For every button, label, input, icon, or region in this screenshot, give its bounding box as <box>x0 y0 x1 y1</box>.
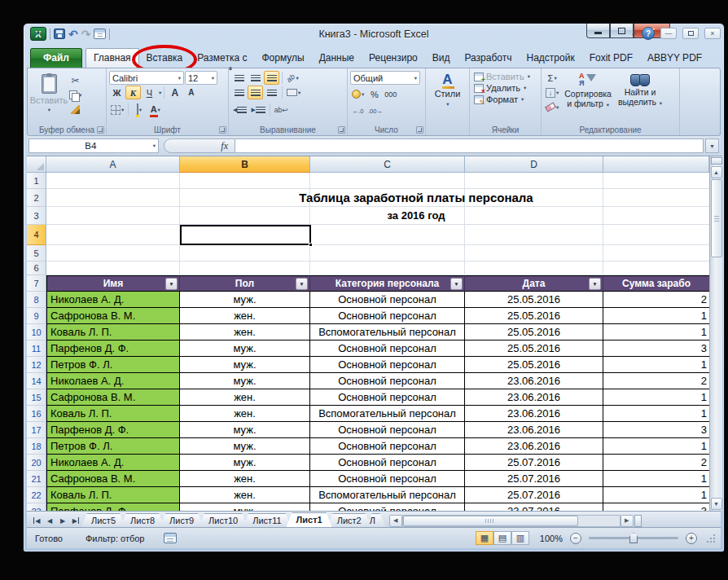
cell-gender[interactable]: жен. <box>180 324 310 341</box>
cell-date[interactable]: 23.06.2016 <box>465 389 603 406</box>
sheet-tab[interactable]: Лист2 <box>327 513 371 527</box>
sheet-settings-icon[interactable] <box>94 29 106 39</box>
align-top-button[interactable] <box>231 71 247 85</box>
customize-qat-icon[interactable]: ▾ <box>37 30 40 37</box>
ribbon-tab[interactable]: Данные <box>312 49 362 68</box>
fill-color-button[interactable]: ▾ <box>131 103 147 116</box>
macro-record-icon[interactable] <box>164 533 177 543</box>
cell-sum[interactable]: 1 <box>603 487 709 503</box>
orientation-button[interactable]: ab▾ <box>285 71 300 85</box>
row-header-selected[interactable]: 4 <box>27 225 46 245</box>
cell-name[interactable]: Сафронова В. М. <box>46 471 180 487</box>
horizontal-split-handle[interactable] <box>634 515 642 527</box>
wrap-text-button[interactable]: ab↩ <box>273 103 290 116</box>
zoom-slider-track[interactable] <box>589 537 678 539</box>
name-box[interactable]: B4 ▾ <box>29 138 159 153</box>
dialog-launcher-icon[interactable] <box>219 126 226 134</box>
format-painter-button[interactable] <box>68 103 83 116</box>
redo-icon[interactable]: ↷ <box>81 29 91 40</box>
cell-name[interactable]: Николаев А. Д. <box>46 455 180 471</box>
ribbon-tab[interactable]: Файл <box>30 48 82 68</box>
font-color-button[interactable]: А▾ <box>147 103 163 116</box>
merge-center-button[interactable]: ▾ <box>285 86 302 99</box>
row-header[interactable]: 17 <box>27 422 46 438</box>
workbook-close-button[interactable]: × <box>704 28 721 39</box>
column-header-c[interactable]: C <box>310 156 465 173</box>
cell-category[interactable]: Основной персонал <box>310 422 465 438</box>
align-middle-button[interactable] <box>248 71 263 85</box>
cell-date[interactable]: 25.05.2016 <box>465 357 603 373</box>
cell-category[interactable]: Основной персонал <box>310 389 465 406</box>
chevron-down-icon[interactable]: ▾ <box>153 143 156 149</box>
cell-sum[interactable]: 1 <box>603 471 709 487</box>
last-sheet-button[interactable]: ▶ <box>69 514 82 527</box>
borders-button[interactable]: ▾ <box>109 103 125 116</box>
sheet-tab[interactable]: Лист9 <box>160 513 204 527</box>
cell-sum[interactable]: 3 <box>603 341 709 357</box>
cell-date[interactable]: 23.06.2016 <box>465 422 603 438</box>
fill-handle[interactable] <box>309 243 313 247</box>
ribbon-tab[interactable]: Вставка <box>139 49 191 68</box>
copy-button[interactable]: ▾ <box>68 88 83 102</box>
undo-icon[interactable]: ↶ <box>68 29 78 40</box>
cell-date[interactable]: 25.07.2016 <box>465 487 603 503</box>
scroll-down-icon[interactable]: ▼ <box>711 498 722 510</box>
decrease-indent-button[interactable]: ◀ <box>231 103 248 116</box>
row-header[interactable]: 8 <box>27 292 46 308</box>
page-break-view-button[interactable]: ▥ <box>511 531 529 545</box>
scroll-right-icon[interactable]: ▶ <box>621 515 634 527</box>
cell-sum[interactable]: 3 <box>603 422 709 438</box>
workbook-minimize-button[interactable]: — <box>660 28 677 39</box>
align-right-button[interactable] <box>264 86 279 99</box>
horizontal-scrollbar[interactable]: ◀ ▶ <box>389 514 642 527</box>
cell-date[interactable]: 23.07.2016 <box>465 503 603 511</box>
sheet-tab[interactable]: Л <box>366 513 386 527</box>
cell-sum[interactable]: 2 <box>603 455 709 471</box>
column-header-d[interactable]: D <box>465 156 603 173</box>
zoom-slider-thumb[interactable] <box>629 533 638 543</box>
horizontal-scrollbar-track[interactable] <box>402 515 621 527</box>
worksheet-grid[interactable]: A B C D 1 2 3 4 5 6 7 Имя▼ Пол▼ Кате <box>27 156 722 511</box>
cell-date[interactable]: 23.06.2016 <box>465 373 603 389</box>
cell-date[interactable]: 25.05.2016 <box>465 292 603 308</box>
cell-category[interactable]: Вспомогательный персонал <box>310 324 465 341</box>
row-header[interactable]: 2 <box>27 189 46 207</box>
cell-gender[interactable]: муж. <box>180 503 310 511</box>
row-header[interactable]: 7 <box>27 275 46 292</box>
row-header[interactable]: 21 <box>27 471 46 487</box>
cell-gender[interactable]: муж. <box>180 422 310 438</box>
workbook-restore-button[interactable] <box>682 28 699 39</box>
row-header[interactable]: 11 <box>27 341 46 357</box>
resize-grip[interactable] <box>706 534 716 543</box>
vertical-scrollbar-thumb[interactable] <box>711 179 722 257</box>
filter-dropdown-icon[interactable]: ▼ <box>165 278 178 290</box>
delete-cells-button[interactable]: × Удалить ▾ <box>472 83 538 93</box>
cell-category[interactable]: Основной персонал <box>310 357 465 373</box>
page-layout-view-button[interactable]: ▤ <box>493 531 511 545</box>
cell-gender[interactable]: жен. <box>180 308 310 324</box>
sheet-tab[interactable]: Лист10 <box>199 513 248 527</box>
cell-sum[interactable]: 1 <box>603 406 709 422</box>
accounting-format-button[interactable]: ▾ <box>350 87 366 101</box>
ribbon-tab[interactable]: Вид <box>425 49 458 68</box>
cell-name[interactable]: Коваль Л. П. <box>46 487 180 503</box>
dialog-launcher-icon[interactable] <box>97 126 104 134</box>
cell-name[interactable]: Парфенов Д. Ф. <box>46 422 180 438</box>
select-all-corner[interactable] <box>27 156 46 173</box>
formula-input[interactable] <box>235 138 704 153</box>
zoom-level[interactable]: 100% <box>540 534 563 543</box>
cell-category[interactable]: Основной персонал <box>310 471 465 487</box>
zoom-in-button[interactable]: + <box>686 533 697 544</box>
cell-name[interactable]: Сафронова В. М. <box>46 308 180 324</box>
dialog-launcher-icon[interactable] <box>338 126 345 134</box>
row-header[interactable]: 22 <box>27 487 46 503</box>
sheet-tab[interactable]: Лист8 <box>121 513 164 527</box>
row-header[interactable]: 12 <box>27 357 46 373</box>
row-header[interactable]: 18 <box>27 438 46 455</box>
ribbon-tab[interactable]: ABBYY PDF <box>640 49 709 68</box>
cell-category[interactable]: Основной персонал <box>310 438 465 455</box>
clear-button[interactable]: ▾ <box>544 100 560 114</box>
row-header[interactable]: 15 <box>27 389 46 406</box>
find-select-button[interactable]: Найти и выделить ▾ <box>616 71 664 124</box>
table-header-category[interactable]: Категория персонала▼ <box>310 275 465 292</box>
